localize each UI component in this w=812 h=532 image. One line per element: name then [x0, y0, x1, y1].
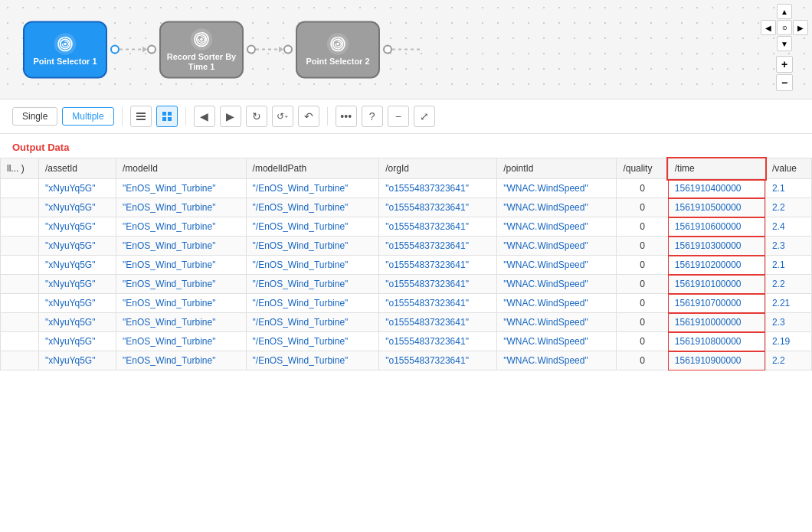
cell-orgId: "o15554837323641"	[379, 217, 497, 237]
cell-time: 1561910000000	[668, 313, 765, 332]
cell-modelIdPath: "/EnOS_Wind_Turbine"	[246, 332, 379, 351]
cell-orgId: "o15554837323641"	[379, 332, 497, 351]
nav-center-btn[interactable]: ⊙	[777, 20, 792, 35]
cell-ll	[1, 256, 39, 275]
nav-left-btn[interactable]: ◀	[761, 20, 776, 35]
cell-assetId: "xNyuYq5G"	[39, 294, 116, 313]
zoom-controls: + −	[776, 56, 793, 91]
cell-time: 1561910400000	[668, 179, 765, 198]
table-row: "xNyuYq5G""EnOS_Wind_Turbine""/EnOS_Wind…	[1, 179, 812, 198]
cell-value: 2.2	[765, 198, 811, 217]
sep-1	[122, 107, 123, 126]
cell-time: 1561910900000	[668, 351, 765, 370]
cell-ll	[1, 294, 39, 313]
zoom-in-btn[interactable]: +	[776, 56, 793, 73]
cell-modelId: "EnOS_Wind_Turbine"	[116, 217, 246, 237]
pipeline-nodes: Point Selector 1 Record Sorter By Time 1	[23, 21, 426, 78]
cell-assetId: "xNyuYq5G"	[39, 351, 116, 370]
svg-rect-6	[136, 113, 146, 114]
node-point-selector-1[interactable]: Point Selector 1	[23, 21, 107, 78]
cell-time: 1561910200000	[668, 256, 765, 275]
cell-quality: 0	[617, 351, 668, 370]
col-header-assetId[interactable]: /assetId	[39, 158, 116, 179]
table-row: "xNyuYq5G""EnOS_Wind_Turbine""/EnOS_Wind…	[1, 351, 812, 370]
connector-3	[383, 45, 423, 54]
col-header-time[interactable]: /time	[668, 158, 765, 179]
nav-up-btn[interactable]: ▲	[777, 4, 792, 19]
table-row: "xNyuYq5G""EnOS_Wind_Turbine""/EnOS_Wind…	[1, 313, 812, 332]
col-header-orgId[interactable]: /orgId	[379, 158, 497, 179]
multiple-btn[interactable]: Multiple	[62, 107, 113, 126]
col-header-quality[interactable]: /quality	[617, 158, 668, 179]
undo-btn[interactable]: ↶	[298, 106, 319, 127]
data-table: ll... ) /assetId /modelId /modelIdPath /…	[0, 158, 812, 370]
cell-ll	[1, 275, 39, 294]
cell-value: 2.1	[765, 256, 811, 275]
cell-ll	[1, 198, 39, 217]
table-row: "xNyuYq5G""EnOS_Wind_Turbine""/EnOS_Wind…	[1, 237, 812, 256]
connector-2	[247, 45, 293, 54]
cell-modelId: "EnOS_Wind_Turbine"	[116, 179, 246, 198]
cell-modelIdPath: "/EnOS_Wind_Turbine"	[246, 179, 379, 198]
svg-rect-12	[168, 117, 172, 121]
cell-value: 2.19	[765, 332, 811, 351]
refresh2-btn[interactable]: ↺+	[272, 106, 293, 127]
help-btn[interactable]: ?	[362, 106, 383, 127]
cell-quality: 0	[617, 237, 668, 256]
svg-point-3	[200, 38, 203, 41]
single-btn[interactable]: Single	[12, 107, 57, 126]
cell-modelId: "EnOS_Wind_Turbine"	[116, 332, 246, 351]
node-record-sorter[interactable]: Record Sorter By Time 1	[159, 21, 244, 78]
col-header-modelIdPath[interactable]: /modelIdPath	[246, 158, 379, 179]
zoom-out-btn[interactable]: −	[776, 74, 793, 91]
output-label: Output Data	[0, 134, 812, 158]
col-header-value[interactable]: /value	[765, 158, 811, 179]
svg-rect-9	[162, 112, 166, 116]
cell-modelIdPath: "/EnOS_Wind_Turbine"	[246, 294, 379, 313]
cell-orgId: "o15554837323641"	[379, 294, 497, 313]
next-btn[interactable]: ▶	[220, 106, 241, 127]
nav-down-btn[interactable]: ▼	[777, 36, 792, 51]
minimize-btn[interactable]: −	[388, 106, 409, 127]
cell-ll	[1, 237, 39, 256]
cell-value: 2.2	[765, 275, 811, 294]
cell-value: 2.3	[765, 313, 811, 332]
more-btn[interactable]: •••	[336, 106, 357, 127]
cell-modelIdPath: "/EnOS_Wind_Turbine"	[246, 313, 379, 332]
nav-empty-br	[793, 36, 808, 51]
cell-modelId: "EnOS_Wind_Turbine"	[116, 351, 246, 370]
cell-value: 2.4	[765, 217, 811, 237]
cell-time: 1561910500000	[668, 198, 765, 217]
grid-view-btn[interactable]	[156, 106, 178, 127]
cell-pointId: "WNAC.WindSpeed"	[497, 237, 617, 256]
node-point-selector-2[interactable]: Point Selector 2	[296, 21, 380, 78]
list-view-btn[interactable]	[130, 106, 152, 127]
expand-btn[interactable]: ⤢	[414, 106, 435, 127]
cell-assetId: "xNyuYq5G"	[39, 256, 116, 275]
cell-modelIdPath: "/EnOS_Wind_Turbine"	[246, 351, 379, 370]
cell-value: 2.21	[765, 294, 811, 313]
svg-rect-10	[168, 112, 172, 116]
cell-value: 2.1	[765, 179, 811, 198]
nav-right-btn[interactable]: ▶	[793, 20, 808, 35]
cell-modelId: "EnOS_Wind_Turbine"	[116, 275, 246, 294]
col-header-modelId[interactable]: /modelId	[116, 158, 246, 179]
nav-cross: ▲ ◀ ⊙ ▶ ▼	[761, 4, 808, 51]
cell-pointId: "WNAC.WindSpeed"	[497, 313, 617, 332]
svg-rect-7	[136, 116, 146, 117]
col-header-pointId[interactable]: /pointId	[497, 158, 617, 179]
dot-in-3	[283, 45, 293, 54]
refresh-btn[interactable]: ↻	[246, 106, 267, 127]
sep-2	[185, 107, 186, 126]
cell-pointId: "WNAC.WindSpeed"	[497, 217, 617, 237]
table-row: "xNyuYq5G""EnOS_Wind_Turbine""/EnOS_Wind…	[1, 217, 812, 237]
svg-rect-8	[136, 119, 146, 120]
cell-pointId: "WNAC.WindSpeed"	[497, 332, 617, 351]
pipeline-canvas: Point Selector 1 Record Sorter By Time 1	[0, 0, 812, 100]
prev-btn[interactable]: ◀	[194, 106, 215, 127]
line-3	[392, 49, 423, 51]
cell-quality: 0	[617, 332, 668, 351]
node1-icon	[53, 32, 77, 57]
node2-icon	[189, 27, 214, 51]
svg-rect-11	[162, 117, 166, 121]
